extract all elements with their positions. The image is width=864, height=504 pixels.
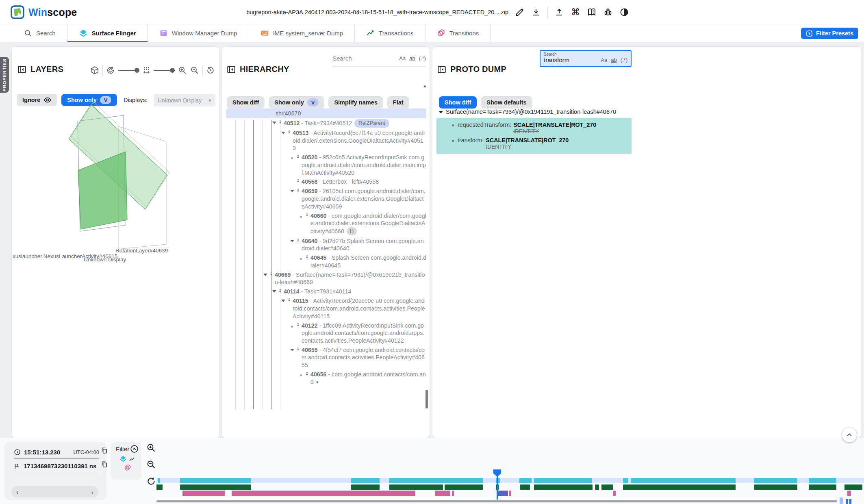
trace-segment[interactable] [601, 484, 613, 490]
layers-filter-icon[interactable] [119, 455, 127, 463]
spacing-slider[interactable] [154, 68, 175, 73]
spacing-icon[interactable] [143, 66, 150, 74]
collapse-arrow-icon[interactable]: ▾ [316, 378, 319, 386]
collapse-arrow-icon[interactable] [290, 349, 294, 351]
rotation-slider[interactable] [118, 68, 139, 73]
timeline-reset-zoom-icon[interactable] [146, 476, 156, 486]
collapse-arrow-icon[interactable] [263, 274, 267, 276]
transitions-filter-icon[interactable] [124, 464, 131, 471]
trace-segment[interactable] [182, 491, 225, 496]
pin-icon[interactable] [295, 154, 301, 160]
trace-segment[interactable] [754, 478, 797, 483]
rotate-icon[interactable] [106, 66, 115, 75]
tree-row-40520[interactable]: 40520 - 952c6b5 ActivityRecordInputSink … [226, 153, 426, 177]
tab-search[interactable]: Search [12, 24, 67, 42]
tree-row-40659[interactable]: 40659 - 26105cf com.google.android.diale… [226, 187, 426, 211]
trace-segment[interactable] [613, 491, 616, 496]
flat-chip[interactable]: Flat [387, 96, 409, 109]
upload-icon[interactable] [554, 7, 564, 17]
pin-icon[interactable] [295, 179, 301, 185]
tab-window-manager-dump[interactable]: Window Manager Dump [148, 24, 249, 42]
show-only-chip[interactable]: Show only V [269, 96, 324, 109]
tree-row-40669[interactable]: 40669 - Surface(name=Task=7931)/@0x619e2… [226, 270, 426, 287]
tree-row-40640[interactable]: 40640 - 9d2d27b Splash Screen com.google… [226, 237, 426, 254]
download-icon[interactable] [531, 7, 541, 17]
filter-presets-button[interactable]: Filter Presets [801, 28, 858, 39]
trace-segment[interactable] [754, 484, 797, 490]
scroll-up-icon[interactable]: ▲ [423, 83, 427, 88]
zoom-in-icon[interactable] [178, 66, 187, 75]
pin-icon[interactable] [287, 130, 292, 136]
tree-row-40645[interactable]: 40645 - Splash Screen com.google.android… [226, 253, 426, 270]
match-word-toggle[interactable]: ab [611, 57, 617, 63]
pin-icon[interactable] [278, 289, 283, 294]
tree-row-40558[interactable]: 40558 - Letterbox - left#40558 [226, 177, 426, 187]
pin-icon[interactable] [295, 323, 301, 328]
trace-segment[interactable] [631, 478, 736, 483]
hierarchy-scrollbar-thumb[interactable] [425, 390, 428, 408]
prev-frame-button[interactable]: ‹ [16, 489, 18, 495]
show-defaults-chip[interactable]: Show defaults [481, 96, 532, 109]
trace-segment[interactable] [389, 484, 443, 490]
regex-toggle[interactable]: (.*) [621, 57, 627, 63]
trace-segment[interactable] [623, 478, 628, 483]
timeline-track-transactions[interactable] [156, 484, 864, 490]
documentation-icon[interactable] [587, 7, 597, 17]
3d-view-icon[interactable] [90, 66, 99, 75]
timeline-zoom-in-icon[interactable] [146, 443, 156, 453]
trace-segment[interactable] [180, 478, 251, 483]
trace-segment[interactable] [351, 478, 380, 483]
collapse-arrow-icon[interactable] [290, 240, 294, 242]
proto-root-node[interactable]: Surface(name=Task=7934)/@0x1941191_trans… [439, 109, 616, 115]
timeline-strip[interactable] [156, 469, 864, 504]
pin-icon[interactable] [304, 213, 310, 219]
pin-icon[interactable] [295, 238, 301, 244]
tree-row-40660[interactable]: 40660 - com.google.android.dialer/com.go… [226, 211, 426, 236]
proto-property-row[interactable]: transform:SCALE|TRANSLATE|ROT_270IDENTIT… [436, 136, 632, 151]
tree-row-40656[interactable]: 40656 - com.google.android.contacts/com.… [226, 370, 426, 387]
pin-icon[interactable] [304, 255, 310, 261]
tree-row-selected[interactable]: sh#40670 [226, 109, 426, 118]
trace-segment[interactable] [623, 484, 736, 490]
timeline-scrollbar[interactable] [156, 500, 837, 502]
trace-segment[interactable] [595, 484, 599, 490]
trace-segment[interactable] [232, 491, 415, 496]
selected-trace-segment[interactable] [497, 491, 508, 496]
tab-transitions[interactable]: Transitions [425, 24, 491, 42]
regex-toggle[interactable]: (.*) [419, 55, 426, 61]
properties-side-tab[interactable]: PROPERTIES [0, 57, 9, 93]
collapse-panel-icon[interactable] [437, 65, 446, 74]
layers-3d-scene[interactable]: RotationLayer#40639 xuslauncher.NexusLau… [12, 102, 220, 435]
reset-view-icon[interactable] [206, 66, 215, 75]
match-case-toggle[interactable]: Aa [399, 55, 406, 61]
tree-row-40115[interactable]: 40115 - ActivityRecord{20ace0e u0 com.go… [226, 296, 426, 321]
collapse-arrow-icon[interactable] [290, 190, 294, 192]
trace-segment[interactable] [445, 484, 483, 490]
copy-icon[interactable] [101, 447, 108, 454]
report-bug-icon[interactable] [603, 7, 613, 17]
collapse-timeline-button[interactable] [842, 428, 857, 442]
tree-row-40655[interactable]: 40655 - 4f54cf7 com.google.android.conta… [226, 345, 426, 370]
show-diff-chip[interactable]: Show diff [227, 96, 265, 109]
timeline-track-surfaceflinger[interactable] [156, 478, 864, 483]
trace-segment[interactable] [180, 484, 251, 490]
proto-search-input[interactable] [544, 56, 601, 63]
trace-segment[interactable] [519, 478, 532, 483]
tree-row-40513[interactable]: 40513 - ActivityRecord{5c7f14a u0 com.go… [226, 128, 426, 153]
trace-segment[interactable] [809, 478, 836, 483]
trace-segment[interactable] [847, 491, 851, 496]
scrollbar-range-tick[interactable] [846, 499, 848, 504]
trace-segment[interactable] [534, 478, 592, 483]
trace-segment[interactable] [520, 484, 530, 490]
tree-row-40122[interactable]: 40122 - 1ffcc09 ActivityRecordInputSink … [226, 321, 426, 345]
trace-segment[interactable] [156, 484, 163, 490]
trace-segment[interactable] [158, 478, 160, 483]
pin-icon[interactable] [295, 188, 301, 194]
pin-icon[interactable] [287, 298, 292, 304]
tree-row-40114[interactable]: 40114 - Task=7931#40114 [226, 287, 426, 296]
simplify-names-chip[interactable]: Simplify names [328, 96, 383, 109]
proto-property-row[interactable]: requestedTransform:SCALE|TRANSLATE|ROT_2… [436, 120, 632, 136]
tree-row-40512[interactable]: 40512 - Task=7934#40512RelZParent [226, 118, 426, 128]
next-frame-button[interactable]: › [91, 489, 93, 495]
trace-segment[interactable] [351, 484, 380, 490]
